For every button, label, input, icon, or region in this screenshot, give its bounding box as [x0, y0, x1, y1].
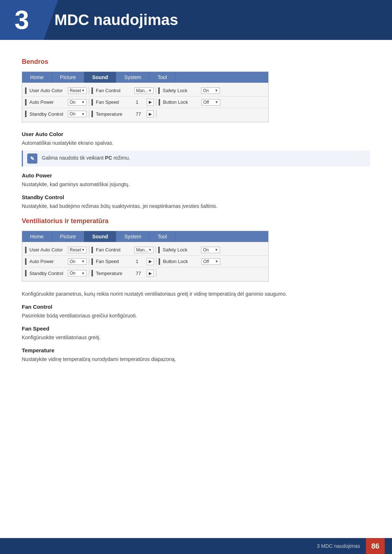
- user-auto-color-label2: User Auto Color: [28, 247, 68, 253]
- standby-control-select2[interactable]: On ▼: [68, 270, 87, 276]
- row-indicator: [25, 270, 26, 276]
- fan-control-subsection: Fan Control Pasirinkite būdą ventiliator…: [22, 304, 370, 320]
- subsection-title: Auto Power: [22, 172, 370, 178]
- table-row: User Auto Color Reset ▼ Fan Control Man.…: [22, 85, 268, 97]
- safety-lock-label: Safety Lock: [161, 88, 201, 93]
- bendros-section: Bendros Home Picture Sound System Tool U…: [22, 58, 370, 210]
- body-text: Nustatykite, kad gaminys automatiškai įs…: [22, 181, 370, 188]
- temperature-subsection: Temperature Nustatykite vidinę temperatū…: [22, 347, 370, 363]
- col1-cell: User Auto Color Reset ▼: [25, 87, 87, 94]
- temperature-label: Temperature: [94, 111, 134, 117]
- tab2-tool[interactable]: Tool: [150, 231, 175, 242]
- table-row: Standby Control On ▼ Temperature 77 ▶: [22, 108, 268, 120]
- col3-cell: Safety Lock On ▼: [158, 247, 220, 253]
- row-indicator: [158, 247, 160, 253]
- chapter-number: 3: [15, 7, 29, 33]
- body-text: Nustatykite, kad budėjimo režimas būtų s…: [22, 202, 370, 210]
- bendros-table: Home Picture Sound System Tool User Auto…: [22, 71, 269, 122]
- select-value: Man...: [136, 88, 148, 93]
- footer-text: 3 MDC naudojimas: [317, 543, 360, 549]
- fan-speed-subsection: Fan Speed Konfigūruokite ventiliatoriaus…: [22, 325, 370, 341]
- row-indicator: [25, 258, 26, 265]
- row-indicator: [25, 99, 26, 106]
- select-value: On: [203, 88, 209, 93]
- tab1-picture[interactable]: Picture: [52, 72, 84, 83]
- select-arrow-icon: ▼: [81, 248, 85, 252]
- auto-power-label: Auto Power: [28, 99, 68, 105]
- tab2-picture[interactable]: Picture: [52, 231, 84, 242]
- separator: [156, 269, 156, 277]
- select-arrow-icon: ▼: [81, 271, 85, 275]
- row-indicator: [25, 111, 26, 117]
- col3-cell: Safety Lock On ▼: [158, 87, 220, 94]
- tab1-tool[interactable]: Tool: [150, 72, 175, 83]
- col3-cell: Button Lock Off ▼: [159, 258, 220, 265]
- user-auto-color-select[interactable]: Reset ▼: [68, 87, 87, 94]
- col3-cell: Button Lock Off ▼: [159, 99, 220, 106]
- separator: [156, 98, 156, 106]
- col2-cell: Fan Control Man... ▼: [91, 247, 154, 253]
- user-auto-color-select2[interactable]: Reset ▼: [68, 247, 87, 253]
- body-text: Nustatykite vidinę temperatūrą nurodydam…: [22, 356, 370, 363]
- fan-speed-arrow-btn[interactable]: ▶: [147, 99, 154, 106]
- row-indicator: [158, 87, 160, 94]
- fan-speed-value: 1: [134, 99, 145, 105]
- row-indicator: [25, 247, 26, 253]
- select-value: On: [70, 259, 75, 264]
- page-header: 3 MDC naudojimas: [0, 0, 392, 40]
- fan-speed-arrow-btn2[interactable]: ▶: [147, 258, 154, 265]
- select-value: On: [70, 100, 75, 105]
- separator: [156, 110, 156, 118]
- tab2-system[interactable]: System: [116, 231, 150, 242]
- fan-control-select[interactable]: Man... ▼: [134, 87, 154, 94]
- standby-control-label2: Standby Control: [28, 271, 68, 276]
- note-box: ✎ Galima naudotis tik veikiant PC režimu…: [22, 151, 370, 167]
- separator: [89, 258, 89, 266]
- standby-control-select[interactable]: On ▼: [68, 111, 87, 117]
- col2-cell: Temperature 77 ▶: [91, 110, 154, 118]
- temperature-value: 77: [134, 111, 145, 117]
- select-arrow-icon: ▼: [215, 100, 219, 104]
- separator: [89, 246, 89, 254]
- select-value: Reset: [70, 88, 81, 93]
- tab1-system[interactable]: System: [116, 72, 150, 83]
- select-value: Off: [203, 100, 209, 105]
- page-footer: 3 MDC naudojimas 86: [0, 538, 392, 554]
- select-value: Reset: [70, 247, 81, 253]
- fan-speed-value2: 1: [134, 259, 145, 264]
- row-indicator: [91, 247, 93, 253]
- col1-cell: Standby Control On ▼: [25, 111, 87, 117]
- standby-control-subsection: Standby Control Nustatykite, kad budėjim…: [22, 194, 370, 210]
- ventiliatorius-title: Ventiliatorius ir temperatūra: [22, 217, 370, 225]
- table2-header: Home Picture Sound System Tool: [22, 231, 268, 242]
- col1-cell: Auto Power On ▼: [25, 99, 87, 106]
- select-arrow-icon: ▼: [148, 248, 152, 252]
- subsection-title: Temperature: [22, 347, 370, 353]
- tab2-sound[interactable]: Sound: [84, 231, 117, 242]
- select-arrow-icon: ▼: [81, 112, 85, 116]
- button-lock-select2[interactable]: Off ▼: [201, 258, 220, 265]
- temperature-arrow-btn2[interactable]: ▶: [147, 270, 154, 277]
- tab1-sound[interactable]: Sound: [84, 72, 117, 83]
- subsection-title: User Auto Color: [22, 131, 370, 137]
- note-text: Galima naudotis tik veikiant PC režimu.: [42, 154, 130, 162]
- separator: [89, 87, 89, 95]
- safety-lock-select[interactable]: On ▼: [201, 87, 220, 94]
- table1-body: User Auto Color Reset ▼ Fan Control Man.…: [22, 83, 268, 122]
- fan-control-label: Fan Control: [94, 88, 134, 93]
- table-row: Auto Power On ▼ Fan Speed 1 ▶: [22, 97, 268, 108]
- auto-power-subsection: Auto Power Nustatykite, kad gaminys auto…: [22, 172, 370, 188]
- safety-lock-select2[interactable]: On ▼: [201, 247, 220, 253]
- fan-control-select2[interactable]: Man... ▼: [134, 247, 154, 253]
- tab2-home[interactable]: Home: [22, 231, 52, 242]
- button-lock-select[interactable]: Off ▼: [201, 99, 220, 106]
- temperature-value2: 77: [134, 271, 145, 276]
- temperature-arrow-btn[interactable]: ▶: [147, 110, 154, 118]
- col1-cell: User Auto Color Reset ▼: [25, 247, 87, 253]
- auto-power-select[interactable]: On ▼: [68, 99, 87, 106]
- auto-power-select2[interactable]: On ▼: [68, 258, 87, 265]
- select-arrow-icon: ▼: [81, 89, 85, 93]
- select-arrow-icon: ▼: [81, 100, 85, 104]
- tab1-home[interactable]: Home: [22, 72, 52, 83]
- ventiliatorius-intro: Konfigūruokite parametrus, kurių reikia …: [22, 290, 370, 298]
